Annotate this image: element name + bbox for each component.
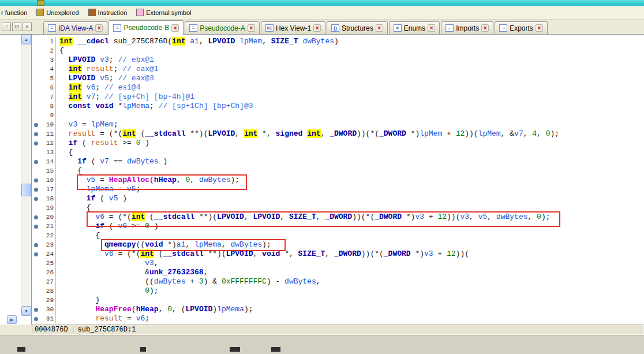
tab-structures[interactable]: {}Structures× xyxy=(327,21,388,34)
breakpoint-dot-icon xyxy=(34,132,38,136)
line-marker-empty xyxy=(32,166,40,176)
code-line[interactable]: 10 v3 = lpMem; xyxy=(32,120,644,129)
tab-close-icon[interactable]: × xyxy=(428,24,435,32)
code-line[interactable]: 17 lpMema = v5; xyxy=(32,185,644,194)
code-text: HeapFree(hHeap, 0, (LPVOID)lpMema); xyxy=(55,305,253,314)
exports-icon: → xyxy=(499,24,507,32)
tab-close-icon[interactable]: × xyxy=(536,24,543,32)
code-text: { xyxy=(55,46,64,55)
tab-close-icon[interactable]: × xyxy=(376,24,383,32)
code-line[interactable]: 12 if ( result >= 0 ) xyxy=(32,139,644,148)
code-line[interactable]: 5 LPVOID v5; // eax@3 xyxy=(32,74,644,83)
code-line[interactable]: 13 { xyxy=(32,148,644,157)
line-number: 7 xyxy=(40,92,54,102)
horizontal-scrollbar[interactable]: ▶ xyxy=(7,315,17,324)
code-line[interactable]: 25 v3, xyxy=(32,259,644,268)
code-line[interactable]: 27 ((dwBytes + 3) & 0xFFFFFFFC) - dwByte… xyxy=(32,277,644,286)
line-number: 29 xyxy=(40,296,54,305)
code-text: if ( result >= 0 ) xyxy=(55,139,149,148)
pseudocode-window[interactable]: 1int __cdecl sub_275C876D(int a1, LPVOID… xyxy=(32,35,644,325)
line-marker-empty xyxy=(32,102,40,111)
tab-imports[interactable]: ←Imports× xyxy=(441,21,493,34)
code-line[interactable]: 8 const void *lpMema; // [sp+1Ch] [bp+Ch… xyxy=(32,102,644,111)
line-marker-empty xyxy=(32,277,40,286)
code-line[interactable]: 15 { xyxy=(32,166,644,176)
tab-enums[interactable]: #Enums× xyxy=(389,21,440,34)
line-marker-empty xyxy=(32,65,40,74)
breakpoint-dot-icon xyxy=(34,243,38,247)
status-bar: 0004876D sub_275C876D:1 xyxy=(32,325,644,335)
code-line[interactable]: 18 if ( v5 ) xyxy=(32,194,644,203)
line-number: 13 xyxy=(40,148,54,157)
code-line[interactable]: 7 int v7; // [sp+Ch] [bp-4h]@1 xyxy=(32,92,644,102)
code-line[interactable]: 6 int v6; // esi@4 xyxy=(32,83,644,92)
tab-close-icon[interactable]: × xyxy=(481,24,489,32)
tab-close-icon[interactable]: × xyxy=(171,24,179,32)
code-line[interactable]: 3 LPVOID v3; // ebx@1 xyxy=(32,55,644,65)
code-area[interactable]: 1int __cdecl sub_275C876D(int a1, LPVOID… xyxy=(32,35,644,325)
code-line[interactable]: 31 result = v6; xyxy=(32,314,644,323)
close-pane-button[interactable]: × xyxy=(23,23,32,31)
line-marker-dot xyxy=(32,240,40,249)
tab-pseudocode-a[interactable]: ≡Pseudocode-A× xyxy=(185,21,260,34)
tab-close-icon[interactable]: × xyxy=(313,24,321,32)
tab-close-icon[interactable]: × xyxy=(95,24,103,32)
line-marker-empty xyxy=(32,203,40,213)
legend-item: Unexplored xyxy=(36,9,78,16)
ida-view-icon: ≡ xyxy=(48,24,56,32)
tab-exports[interactable]: →Exports× xyxy=(495,21,548,34)
tab-pseudocode-b[interactable]: ≡Pseudocode-B× xyxy=(108,20,184,35)
code-line[interactable]: 22 { xyxy=(32,231,644,240)
code-text: } xyxy=(55,296,100,305)
code-line[interactable]: 9 xyxy=(32,111,644,120)
line-number: 31 xyxy=(40,314,54,323)
breakpoint-dot-icon xyxy=(34,178,38,182)
line-number: 15 xyxy=(40,166,54,176)
tab-ida-view-a[interactable]: ≡IDA View-A× xyxy=(43,21,107,34)
code-text: 0); xyxy=(55,286,159,296)
code-text: v6 = (*(int (__stdcall **)(LPVOID, void … xyxy=(55,249,469,259)
breakpoint-dot-icon xyxy=(34,160,38,164)
code-text: v3 = lpMem; xyxy=(55,120,118,129)
line-number: 2 xyxy=(40,46,54,55)
hex-view-icon: 01 xyxy=(265,24,274,32)
code-line[interactable]: 30 HeapFree(hHeap, 0, (LPVOID)lpMema); xyxy=(32,305,644,314)
code-line[interactable]: 14 if ( v7 == dwBytes ) xyxy=(32,157,644,166)
code-line[interactable]: 11 result = (*(int (__stdcall **)(LPVOID… xyxy=(32,129,644,139)
dock-window-button[interactable]: □ xyxy=(2,23,11,31)
code-line[interactable]: 20 v6 = (*(int (__stdcall **)(LPVOID, LP… xyxy=(32,213,644,222)
code-line[interactable]: 29 } xyxy=(32,296,644,305)
line-number: 9 xyxy=(40,111,54,120)
code-line[interactable]: 23 qmemcpy((void *)a1, lpMema, dwBytes); xyxy=(32,240,644,249)
line-number: 18 xyxy=(40,194,54,203)
vertical-scrollbar[interactable]: ▲ ▼ xyxy=(21,35,31,316)
line-number: 30 xyxy=(40,305,54,314)
code-text: v3, xyxy=(55,259,159,268)
code-line[interactable]: 26 &unk_27632368, xyxy=(32,268,644,277)
code-line[interactable]: 28 0); xyxy=(32,286,644,296)
scroll-up-button[interactable]: ▲ xyxy=(21,35,31,44)
legend-label: Instruction xyxy=(98,9,128,16)
arrow-up-icon: ▲ xyxy=(24,38,28,42)
code-line[interactable]: 21 if ( v6 >= 0 ) xyxy=(32,222,644,231)
tab-hex-view-1[interactable]: 01Hex View-1× xyxy=(261,21,325,34)
breakpoint-dot-icon xyxy=(34,141,38,146)
tab-label: Pseudocode-A xyxy=(200,24,245,32)
code-text: if ( v5 ) xyxy=(55,194,127,203)
line-number: 23 xyxy=(40,240,54,249)
scrollbar-thumb[interactable] xyxy=(21,184,31,196)
scroll-down-button[interactable]: ▼ xyxy=(21,306,31,316)
tab-label: Exports xyxy=(510,24,533,32)
line-number: 14 xyxy=(40,157,54,166)
scroll-right-button[interactable]: ▶ xyxy=(7,315,17,324)
code-line[interactable]: 19 { xyxy=(32,203,644,213)
code-line[interactable]: 24 v6 = (*(int (__stdcall **)(LPVOID, vo… xyxy=(32,249,644,259)
tab-close-icon[interactable]: × xyxy=(248,24,255,32)
code-line[interactable]: 4 int result; // eax@1 xyxy=(32,65,644,74)
legend-label: Unexplored xyxy=(46,9,78,16)
code-line[interactable]: 1int __cdecl sub_275C876D(int a1, LPVOID… xyxy=(32,37,644,46)
code-line[interactable]: 2{ xyxy=(32,46,644,55)
float-window-button[interactable]: ⊡ xyxy=(12,23,21,31)
line-number: 6 xyxy=(40,83,54,92)
code-line[interactable]: 16 v5 = HeapAlloc(hHeap, 0, dwBytes); xyxy=(32,176,644,185)
